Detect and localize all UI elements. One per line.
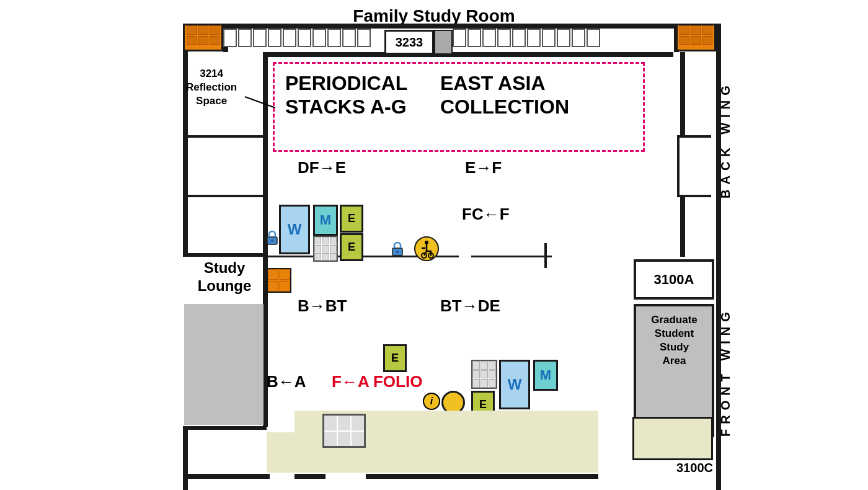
brick-strip-top-right	[676, 24, 716, 51]
door-shelves	[322, 414, 366, 448]
nav-fa-folio-label: F←A FOLIO	[332, 372, 422, 391]
room-3100c: 3100C	[676, 461, 713, 475]
reflection-space-label: 3214 Reflection Space	[186, 67, 237, 108]
box-m-lower: M	[533, 360, 558, 391]
back-wing-label: BACK WING	[716, 25, 735, 254]
svg-point-1	[271, 239, 273, 242]
svg-point-3	[396, 251, 399, 253]
lock-icon-mid	[391, 241, 404, 257]
map-container: Family Study Room	[0, 0, 868, 490]
divider-h2	[471, 256, 552, 257]
svg-point-5	[425, 241, 428, 244]
nav-dfe-label: DF→E	[298, 158, 346, 177]
box-m-top: M	[313, 205, 338, 236]
info-icon: i	[423, 393, 440, 410]
grad-study-label: Graduate Student Study Area	[636, 313, 713, 368]
counter-area	[632, 417, 713, 460]
room-3233: 3233	[384, 30, 434, 55]
east-asia-label: EAST ASIA COLLECTION	[440, 71, 569, 119]
inner-top-wall	[263, 52, 673, 57]
niche-right	[677, 135, 711, 197]
top-windows-right	[453, 24, 614, 51]
front-wing-label: FRONT WING	[716, 267, 735, 478]
reflection-arrow-line	[245, 96, 276, 109]
room-3100a: 3100A	[634, 259, 714, 300]
divider-tick	[544, 243, 547, 268]
brick-left-mid	[267, 268, 291, 293]
box-w-top: W	[279, 205, 310, 254]
study-lounge-gray	[184, 304, 264, 425]
study-lounge-label: Study Lounge	[188, 259, 261, 295]
room-3233-gray	[434, 30, 453, 55]
bottom-wall-mid2	[366, 474, 598, 479]
box-w-lower: W	[499, 360, 530, 409]
wheelchair-icon	[414, 236, 439, 261]
box-e-top1: E	[340, 205, 363, 233]
bottom-wall-left	[183, 474, 270, 479]
periodical-stacks-label: PERIODICAL STACKS A-G	[285, 71, 407, 119]
lock-icon-top	[265, 229, 279, 246]
top-windows-left	[223, 24, 384, 51]
entrance-lower2	[267, 432, 298, 473]
brick-strip-top-left	[183, 24, 223, 51]
nav-ba-label: B←A	[267, 372, 306, 391]
nav-ef-label: E→F	[465, 158, 502, 177]
box-e-top2: E	[340, 233, 363, 261]
box-e-lower: E	[383, 344, 407, 372]
shelves-top	[313, 236, 338, 262]
nav-btde-label: BT→DE	[440, 296, 500, 316]
bottom-wall-mid1	[294, 474, 326, 479]
nav-bbt-label: B→BT	[298, 296, 347, 316]
shelves-lower	[471, 360, 497, 389]
nav-fcf-label: FC←F	[462, 205, 510, 224]
niche-left	[188, 135, 265, 197]
